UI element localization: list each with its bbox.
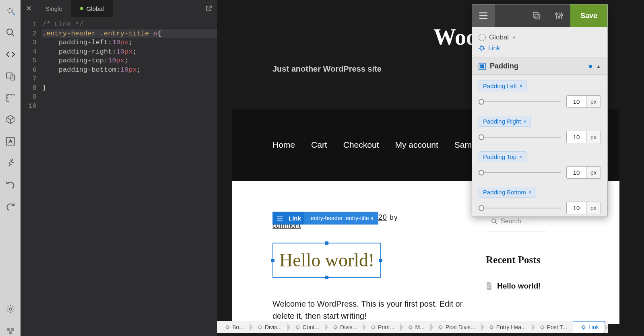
- tab-global[interactable]: Global: [71, 0, 113, 17]
- running-icon[interactable]: [5, 158, 16, 168]
- modules-icon[interactable]: [5, 326, 16, 336]
- section-header-padding[interactable]: Padding ▲: [472, 58, 607, 75]
- property-block: Padding Top ×px: [472, 146, 607, 181]
- recent-posts-title: Recent Posts: [486, 254, 540, 266]
- ruler-icon[interactable]: [5, 93, 16, 103]
- property-block: Padding Bottom ×px: [472, 181, 607, 216]
- crosshair-icon: [479, 45, 485, 52]
- undo-icon[interactable]: [5, 179, 16, 190]
- site-tagline: Just another WordPress site: [272, 64, 382, 74]
- property-tag[interactable]: Padding Top ×: [479, 151, 526, 162]
- svg-rect-23: [259, 326, 261, 328]
- save-button[interactable]: Save: [570, 4, 607, 27]
- nav-link[interactable]: Home: [272, 140, 295, 150]
- redo-icon[interactable]: [5, 201, 16, 212]
- element-indicator[interactable]: Link: [479, 43, 601, 54]
- value-slider[interactable]: [479, 208, 561, 208]
- crosshair-icon: [333, 325, 338, 330]
- property-tag[interactable]: Padding Bottom ×: [479, 187, 536, 198]
- value-input[interactable]: [567, 96, 586, 107]
- svg-rect-22: [226, 326, 229, 328]
- popout-icon[interactable]: [201, 5, 217, 12]
- value-slider[interactable]: [479, 101, 561, 102]
- breadcrumb-item[interactable]: Bo...: [217, 321, 250, 333]
- selection-menu-icon[interactable]: [272, 215, 287, 221]
- search-icon: [491, 218, 497, 225]
- breadcrumb-item[interactable]: Link: [573, 321, 605, 333]
- search-icon[interactable]: [5, 27, 16, 38]
- breadcrumb-item[interactable]: M...: [400, 321, 430, 333]
- sliders-icon[interactable]: [548, 4, 570, 27]
- svg-rect-30: [541, 326, 543, 328]
- breadcrumb-item[interactable]: Cont...: [287, 321, 325, 333]
- tab-label: Single: [45, 5, 62, 12]
- post-title-link[interactable]: Hello world!: [275, 245, 378, 275]
- gear-icon[interactable]: [5, 304, 16, 314]
- remove-icon[interactable]: ×: [528, 189, 532, 196]
- svg-rect-19: [480, 47, 483, 50]
- property-tag[interactable]: Padding Left ×: [479, 80, 527, 91]
- breadcrumb-item[interactable]: Post Divis...: [430, 321, 481, 333]
- nav-link[interactable]: Cart: [311, 140, 327, 150]
- crosshair-icon: [489, 325, 494, 330]
- globe-icon: [479, 34, 486, 41]
- value-input[interactable]: [567, 167, 586, 178]
- crosshair-icon: [258, 325, 262, 330]
- breadcrumb-item[interactable]: Prim...: [363, 321, 400, 333]
- code-editor[interactable]: 12345678910 /* Link */.entry-header .ent…: [21, 17, 217, 336]
- value-slider[interactable]: [479, 172, 561, 173]
- unit-select[interactable]: px: [586, 202, 601, 214]
- remove-icon[interactable]: ×: [519, 83, 522, 89]
- recent-posts-item: Hello world!: [486, 282, 541, 291]
- unit-select[interactable]: px: [586, 167, 601, 178]
- remove-icon[interactable]: ×: [519, 154, 522, 160]
- svg-rect-2: [6, 73, 12, 78]
- inspector-context: Global ▼ Link: [472, 27, 607, 58]
- value-input[interactable]: [567, 202, 586, 214]
- selection-label[interactable]: Link .entry-header .entry-title a: [272, 212, 378, 225]
- search-placeholder: Search …: [501, 218, 529, 225]
- svg-point-6: [9, 308, 12, 310]
- tab-single[interactable]: Single: [37, 0, 71, 17]
- devices-icon[interactable]: [5, 71, 16, 81]
- breadcrumb-item[interactable]: Divis...: [250, 321, 287, 333]
- breadcrumb-item[interactable]: Post T...: [532, 321, 573, 333]
- unit-select[interactable]: px: [586, 131, 601, 143]
- breadcrumb-item[interactable]: Entry Hea...: [481, 321, 532, 333]
- nav-link[interactable]: Checkout: [343, 140, 379, 150]
- inspector-properties: Padding Left ×pxPadding Right ×pxPadding…: [472, 75, 607, 216]
- remove-icon[interactable]: ×: [523, 118, 526, 125]
- value-input[interactable]: [567, 131, 586, 143]
- property-tag[interactable]: Padding Right ×: [479, 116, 531, 127]
- unit-select[interactable]: px: [586, 96, 601, 107]
- close-icon[interactable]: ✕: [21, 0, 37, 17]
- font-icon[interactable]: [5, 136, 16, 146]
- svg-rect-14: [533, 12, 538, 17]
- cube-icon[interactable]: [5, 114, 16, 125]
- svg-rect-13: [487, 287, 490, 288]
- svg-rect-27: [409, 326, 412, 328]
- target-icon[interactable]: [5, 6, 16, 16]
- menu-icon[interactable]: [472, 4, 495, 27]
- selected-element-box[interactable]: Hello world!: [272, 243, 381, 278]
- line-gutter: 12345678910: [21, 17, 42, 336]
- crosshair-icon: [438, 325, 443, 330]
- svg-rect-12: [487, 286, 491, 287]
- scope-selector[interactable]: Global ▼: [479, 32, 601, 43]
- copy-icon[interactable]: [525, 4, 548, 27]
- svg-point-1: [7, 29, 12, 35]
- crosshair-icon: [540, 325, 545, 330]
- recent-post-link[interactable]: Hello world!: [497, 282, 541, 291]
- crosshair-icon: [225, 325, 230, 330]
- svg-point-7: [7, 328, 10, 331]
- svg-rect-15: [535, 14, 540, 19]
- code-icon[interactable]: [5, 49, 16, 60]
- crosshair-icon: [581, 325, 586, 330]
- chevron-up-icon[interactable]: ▲: [596, 64, 601, 69]
- code-tab-bar: ✕ Single Global: [21, 0, 217, 17]
- nav-link[interactable]: My account: [395, 140, 438, 150]
- chevron-down-icon: ▼: [512, 35, 516, 40]
- breadcrumb-item[interactable]: Divis...: [325, 321, 363, 333]
- property-block: Padding Right ×px: [472, 110, 607, 146]
- value-slider[interactable]: [479, 137, 561, 138]
